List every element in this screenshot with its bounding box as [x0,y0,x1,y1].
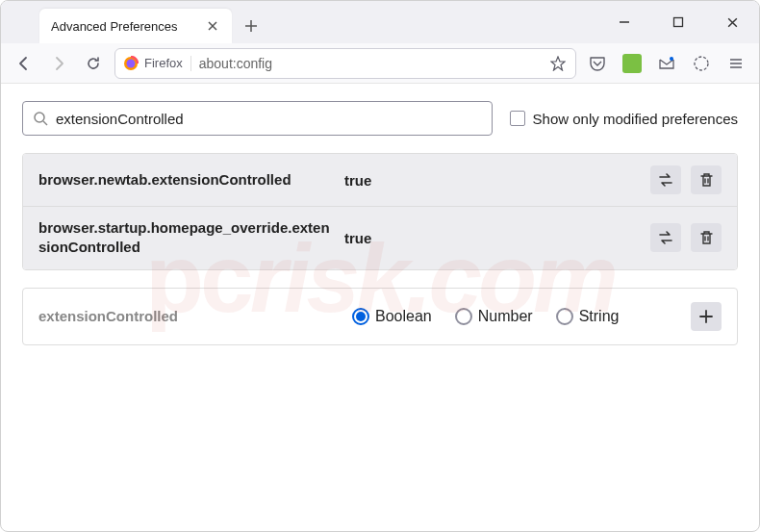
svg-point-5 [35,113,44,122]
tab-title: Advanced Preferences [51,19,197,34]
search-input[interactable] [56,111,482,127]
radio-indicator [455,308,472,325]
bookmark-star-icon[interactable] [548,54,568,73]
plus-icon [699,310,713,323]
show-modified-checkbox[interactable]: Show only modified preferences [510,111,738,127]
preference-name: browser.newtab.extensionControlled [38,170,337,190]
add-button[interactable] [691,302,722,331]
new-preference-name: extensionControlled [38,308,337,324]
mail-icon[interactable] [653,50,680,77]
svg-point-2 [127,59,136,67]
pocket-icon[interactable] [584,50,611,77]
radio-label: Boolean [375,308,432,325]
preference-row[interactable]: browser.startup.homepage_override.extens… [23,206,737,269]
checkbox-box [510,111,525,126]
trash-icon [699,172,714,188]
menu-button[interactable] [722,50,749,77]
forward-button[interactable] [45,50,72,77]
trash-icon [699,230,714,245]
maximize-button[interactable] [659,7,697,38]
svg-rect-0 [674,18,683,27]
toggle-button[interactable] [650,165,681,194]
identity-label: Firefox [144,56,183,70]
radio-label: String [579,308,620,325]
svg-point-4 [695,57,708,70]
preference-name: browser.startup.homepage_override.extens… [38,218,337,258]
search-icon [33,111,48,126]
checkbox-label: Show only modified preferences [533,111,738,127]
radio-label: Number [478,308,533,325]
toggle-icon [657,172,674,188]
svg-point-3 [670,57,673,61]
new-tab-button[interactable] [236,11,266,41]
back-button[interactable] [11,50,38,77]
reload-button[interactable] [80,50,107,77]
url-bar[interactable]: Firefox about:config [114,48,576,79]
delete-button[interactable] [691,223,722,252]
radio-string[interactable]: String [556,308,620,325]
preference-value: true [344,172,643,189]
tab-bar: Advanced Preferences [1,1,759,43]
search-box[interactable] [22,101,493,136]
browser-tab[interactable]: Advanced Preferences [39,9,232,43]
config-content: Show only modified preferences browser.n… [1,84,759,363]
close-window-button[interactable] [713,7,751,38]
browser-toolbar: Firefox about:config [1,43,759,84]
preference-row[interactable]: browser.newtab.extensionControlled true [23,154,737,206]
radio-indicator [352,308,369,325]
toggle-button[interactable] [650,223,681,252]
url-text: about:config [199,56,541,71]
preference-table: browser.newtab.extensionControlled true … [22,153,738,270]
close-tab-icon[interactable] [205,18,220,34]
toggle-icon [657,230,674,245]
account-icon[interactable] [688,50,715,77]
radio-indicator [556,308,573,325]
radio-number[interactable]: Number [455,308,533,325]
minimize-button[interactable] [605,7,644,38]
extension-icon[interactable] [619,50,646,77]
radio-boolean[interactable]: Boolean [352,308,432,325]
firefox-icon [123,56,139,71]
site-identity[interactable]: Firefox [123,56,191,71]
type-radio-group: Boolean Number String [352,308,675,325]
delete-button[interactable] [691,165,722,194]
new-preference-row: extensionControlled Boolean Number Strin… [22,288,738,345]
preference-value: true [344,230,643,246]
